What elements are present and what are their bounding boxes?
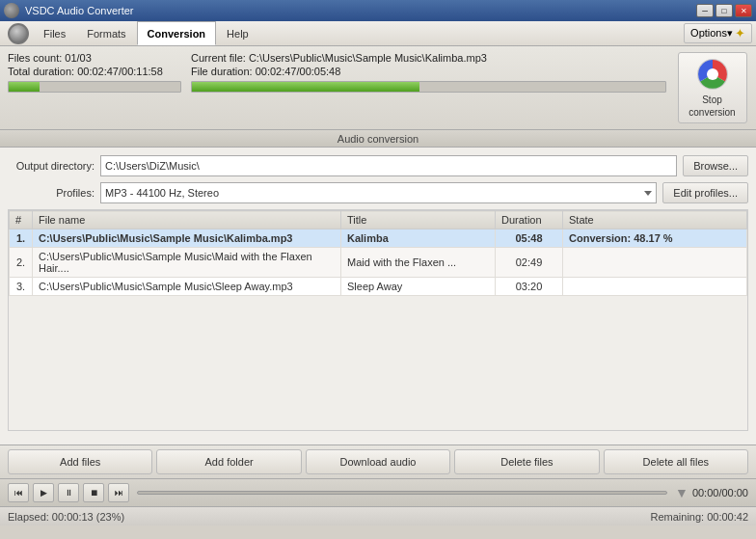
stop-label: Stopconversion [688,94,735,119]
cell-num: 3. [10,278,33,296]
files-count: Files count: 01/03 [8,52,181,64]
profiles-select[interactable]: MP3 - 44100 Hz, Stereo [100,182,657,203]
cell-title: Sleep Away [341,278,496,296]
transport-time: 00:00/00:00 [692,487,748,499]
file-progress-fill [192,82,419,92]
close-button[interactable]: ✕ [735,4,752,17]
maximize-button[interactable]: □ [716,4,733,17]
browse-button[interactable]: Browse... [683,155,748,176]
options-button[interactable]: Options▾ ✦ [684,23,752,43]
logo-circle-icon [8,23,29,44]
profiles-row: Profiles: MP3 - 44100 Hz, Stereo Edit pr… [8,182,748,203]
cell-duration: 03:20 [496,278,563,296]
transport-prev-button[interactable]: ⏮ [8,483,29,502]
app-logo [4,21,33,46]
cell-num: 2. [10,248,33,278]
download-audio-button[interactable]: Download audio [306,449,450,474]
col-header-filename: File name [33,211,341,229]
status-bar: Elapsed: 00:00:13 (23%) Remaining: 00:00… [0,506,756,526]
cell-num: 1. [10,229,33,248]
window-title: VSDC Audio Converter [25,5,134,16]
seek-slider[interactable] [137,491,667,495]
stop-conversion-icon [695,57,730,92]
menu-item-files[interactable]: Files [33,21,76,45]
cell-state [563,248,747,278]
funnel-icon: ▼ [675,485,688,500]
cell-state [563,278,747,296]
remaining-label: Remaining: 00:00:42 [650,511,748,523]
elapsed-label: Elapsed: 00:00:13 (23%) [8,511,124,523]
col-header-num: # [10,211,33,229]
cell-filename: C:\Users\Public\Music\Sample Music\Sleep… [33,278,341,296]
minimize-button[interactable]: ─ [696,4,714,17]
title-bar-controls: ─ □ ✕ [696,4,752,17]
audio-conversion-label: Audio conversion [338,133,418,145]
table-row[interactable]: 3.C:\Users\Public\Music\Sample Music\Sle… [10,278,747,296]
cell-title: Maid with the Flaxen ... [341,248,496,278]
app-icon [4,3,19,18]
menu-right: Options▾ ✦ [684,21,752,45]
total-progress-bar [8,81,181,93]
transport-play-button[interactable]: ▶ [33,483,54,502]
total-progress-fill [9,82,40,92]
status-panel: Files count: 01/03 Total duration: 00:02… [0,46,756,130]
star-icon: ✦ [735,26,745,40]
audio-conversion-bar: Audio conversion [0,130,756,148]
file-progress-bar [191,81,666,93]
title-bar-left: VSDC Audio Converter [4,3,134,18]
svg-point-1 [707,68,718,80]
menu-item-formats[interactable]: Formats [76,21,136,45]
transport-bar: ⏮ ▶ ⏸ ⏹ ⏭ ▼ 00:00/00:00 [0,478,756,506]
file-table: # File name Title Duration State 1.C:\Us… [9,210,747,296]
cell-filename: C:\Users\Public\Music\Sample Music\Kalim… [33,229,341,248]
cell-state: Conversion: 48.17 % [563,229,747,248]
file-table-container: # File name Title Duration State 1.C:\Us… [8,209,748,431]
cell-title: Kalimba [341,229,496,248]
status-left: Files count: 01/03 Total duration: 00:02… [8,52,181,93]
profiles-label: Profiles: [8,187,94,199]
col-header-state: State [563,211,747,229]
add-folder-button[interactable]: Add folder [156,449,301,474]
bottom-buttons: Add files Add folder Download audio Dele… [0,445,756,478]
add-files-button[interactable]: Add files [8,449,152,474]
output-label: Output directory: [8,160,94,172]
title-bar: VSDC Audio Converter ─ □ ✕ [0,0,756,21]
col-header-duration: Duration [496,211,563,229]
table-row[interactable]: 1.C:\Users\Public\Music\Sample Music\Kal… [10,229,747,248]
current-file: Current file: C:\Users\Public\Music\Samp… [191,52,666,64]
cell-duration: 05:48 [496,229,563,248]
delete-all-files-button[interactable]: Delete all files [604,449,748,474]
menu-item-conversion[interactable]: Conversion [137,21,217,45]
cell-duration: 02:49 [496,248,563,278]
transport-stop-button[interactable]: ⏹ [83,483,104,502]
delete-files-button[interactable]: Delete files [454,449,599,474]
transport-pause-button[interactable]: ⏸ [58,483,79,502]
file-duration: File duration: 00:02:47/00:05:48 [191,66,666,77]
menu-bar: Files Formats Conversion Help Options▾ ✦ [0,21,756,46]
menu-item-help[interactable]: Help [216,21,259,45]
cell-filename: C:\Users\Public\Music\Sample Music\Maid … [33,248,341,278]
main-content: Output directory: Browse... Profiles: MP… [0,148,756,445]
table-row[interactable]: 2.C:\Users\Public\Music\Sample Music\Mai… [10,248,747,278]
output-directory-input[interactable] [100,155,677,176]
table-header-row: # File name Title Duration State [10,211,747,229]
output-directory-row: Output directory: Browse... [8,155,748,176]
status-right: Stopconversion [676,52,748,123]
stop-conversion-button[interactable]: Stopconversion [678,52,747,123]
col-header-title: Title [341,211,496,229]
edit-profiles-button[interactable]: Edit profiles... [662,182,748,203]
transport-next-button[interactable]: ⏭ [108,483,129,502]
total-duration: Total duration: 00:02:47/00:11:58 [8,66,181,77]
status-center: Current file: C:\Users\Public\Music\Samp… [191,52,666,93]
